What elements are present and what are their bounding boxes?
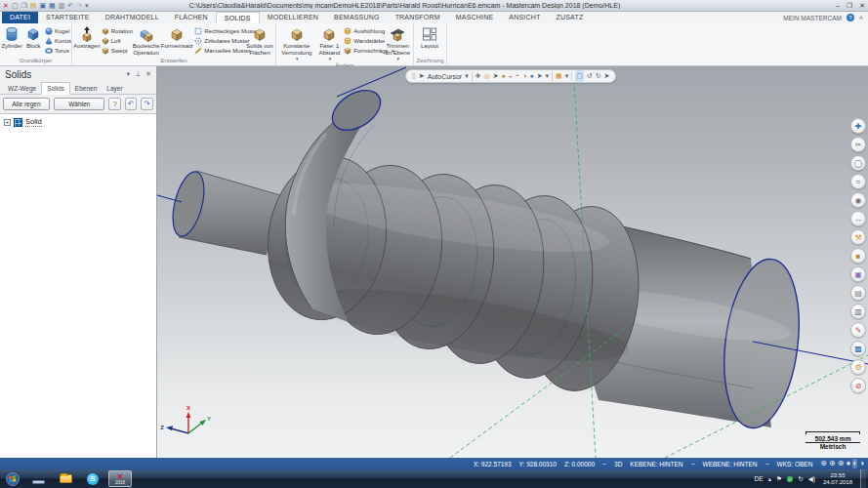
tree-expander-icon[interactable]: + bbox=[4, 119, 11, 126]
swept-button[interactable]: Swept bbox=[101, 46, 132, 55]
gview-icon[interactable]: ⊕ bbox=[820, 459, 827, 468]
settings-gear-icon[interactable]: ⚙ bbox=[850, 359, 866, 375]
select-last-icon[interactable]: ➤ bbox=[537, 70, 543, 82]
sphere-select-2-icon[interactable]: ◒ bbox=[509, 70, 513, 82]
aushoehlung-button[interactable]: Aushöhlung bbox=[343, 26, 383, 35]
grid-dropdown-caret-icon[interactable]: ▾ bbox=[565, 70, 569, 82]
close-button[interactable]: ✕ bbox=[859, 1, 865, 11]
trimmen-an-ebene-button[interactable]: Trimmen an Ebene ▾ bbox=[383, 24, 412, 61]
cplane-selector[interactable]: KEBENE: HINTEN bbox=[630, 461, 682, 468]
rotation-button[interactable]: Rotation bbox=[101, 26, 132, 35]
shading-edges-icon[interactable]: ◐ bbox=[852, 459, 857, 468]
tab-maschine[interactable]: MASCHINE bbox=[448, 12, 502, 23]
tab-modellieren[interactable]: MODELLIEREN bbox=[260, 12, 326, 23]
fase-button[interactable]: Fase: 1 Abstand ▾ bbox=[316, 24, 344, 61]
shading-solid-icon[interactable]: ● bbox=[846, 459, 850, 468]
cplane-icon[interactable]: ⊕ bbox=[829, 459, 836, 468]
start-button[interactable] bbox=[3, 470, 22, 487]
panel-help-icon[interactable]: ? bbox=[108, 98, 121, 110]
kugel-button[interactable]: Kugel bbox=[44, 26, 70, 35]
loft-button[interactable]: Loft bbox=[101, 36, 132, 45]
grid-icon[interactable]: ▦ bbox=[556, 70, 562, 82]
manuelles-muster-button[interactable]: Manuelles Muster bbox=[193, 46, 245, 55]
formeinsatz-button[interactable]: Formeinsatz bbox=[161, 24, 194, 57]
sphere-select-3-icon[interactable]: ◓ bbox=[516, 70, 519, 82]
panel-menu-caret-icon[interactable]: ▾ bbox=[127, 70, 131, 78]
plane-icon[interactable]: ▤ bbox=[850, 285, 866, 301]
panel-tab-solids[interactable]: Solids bbox=[41, 82, 70, 95]
solids-group-icon[interactable]: ▣ bbox=[850, 266, 866, 282]
taskbar-folder-button[interactable] bbox=[54, 470, 77, 487]
regen-all-button[interactable]: Alle regen bbox=[3, 98, 50, 110]
restore-button[interactable]: ❐ bbox=[847, 1, 852, 11]
tray-expand-icon[interactable]: ▴ bbox=[768, 475, 771, 483]
taskbar-mastercam-button[interactable]: ✕ 2018 bbox=[108, 470, 132, 487]
mein-mastercam-link[interactable]: MEIN MASTERCAM bbox=[783, 15, 842, 21]
note-icon[interactable]: ▥ bbox=[850, 304, 866, 319]
solid-select-icon[interactable]: ● bbox=[529, 70, 533, 82]
austragen-button[interactable]: Austragen bbox=[73, 24, 101, 57]
panel-tab-ebenen[interactable]: Ebenen bbox=[70, 83, 102, 94]
pan-cursor-icon[interactable]: ➤ bbox=[604, 70, 610, 82]
help-icon[interactable]: ? bbox=[847, 14, 854, 21]
wcs-icon[interactable]: ⊕ bbox=[838, 459, 845, 468]
language-indicator[interactable]: DE bbox=[755, 475, 764, 482]
konstante-verrundung-button[interactable]: Konstante Verrundung ▾ bbox=[277, 24, 316, 61]
formschraege-button[interactable]: Formschräge ▾ bbox=[343, 46, 383, 55]
torus-button[interactable]: Torus bbox=[44, 46, 70, 55]
model-inlet-tube[interactable] bbox=[167, 169, 280, 255]
tab-datei[interactable]: DATEI bbox=[2, 12, 38, 23]
boolesche-operation-button[interactable]: Boolesche Operation bbox=[132, 24, 161, 57]
tab-flaechen[interactable]: FLÄCHEN bbox=[167, 12, 216, 23]
tab-drahtmodell[interactable]: DRAHTMODELL bbox=[98, 12, 167, 23]
shading-translucent-icon[interactable]: ◑ bbox=[859, 459, 864, 468]
wcs-selector[interactable]: WKS: OBEN bbox=[777, 461, 813, 468]
tab-bemassung[interactable]: BEMASSUNG bbox=[326, 12, 388, 23]
crosshair-icon[interactable]: ✚ bbox=[475, 70, 481, 82]
volume-icon[interactable]: ◀) bbox=[808, 475, 815, 483]
security-shield-icon[interactable]: ✓ bbox=[787, 476, 794, 482]
tab-ansicht[interactable]: ANSICHT bbox=[501, 12, 548, 23]
taskbar-explorer-button[interactable] bbox=[26, 470, 50, 487]
collapse-ribbon-icon[interactable]: ˄ bbox=[859, 15, 863, 21]
graphics-viewport[interactable]: X Y Z ▯ ➤ AutoCursor ▾ ✚ ◎ ➤ ● ◒ ◓ ◑ ● ➤ bbox=[157, 66, 868, 458]
spline-icon[interactable]: ≈ bbox=[850, 174, 866, 189]
select-arrow-icon[interactable]: ➤ bbox=[493, 70, 499, 82]
panel-close-icon[interactable]: ✕ bbox=[145, 70, 151, 78]
tab-zusatz[interactable]: ZUSATZ bbox=[548, 12, 591, 23]
autocursor-label[interactable]: AutoCursor bbox=[428, 73, 462, 80]
panel-redo-icon[interactable]: ↷ bbox=[141, 98, 153, 110]
lock-icon[interactable]: ▯ bbox=[412, 70, 416, 82]
3d-model-scene[interactable]: X Y Z bbox=[157, 66, 868, 458]
analyze-entity-icon[interactable]: ◉ bbox=[850, 192, 866, 208]
selection-dropdown-caret-icon[interactable]: ▾ bbox=[546, 70, 550, 82]
solid-box-icon[interactable]: ■ bbox=[850, 248, 866, 264]
window-select-icon[interactable]: ▢ bbox=[575, 70, 584, 82]
solid-model-icon[interactable]: ▩ bbox=[850, 341, 866, 356]
autocursor-toolbar[interactable]: ▯ ➤ AutoCursor ▾ ✚ ◎ ➤ ● ◒ ◓ ◑ ● ➤ ▾ ▦ ▾… bbox=[405, 69, 616, 83]
show-desktop-button[interactable] bbox=[860, 469, 866, 488]
rotate-left-icon[interactable]: ↺ bbox=[587, 70, 593, 82]
taskbar-skype-button[interactable]: S bbox=[81, 470, 104, 487]
origin-point-icon[interactable]: ◎ bbox=[484, 70, 490, 82]
dimension-icon[interactable]: ↔ bbox=[850, 211, 866, 226]
sphere-select-4-icon[interactable]: ◑ bbox=[522, 70, 526, 82]
wandstaerke-button[interactable]: Wandstärke bbox=[343, 36, 383, 45]
konus-button[interactable]: Konus bbox=[44, 36, 70, 45]
zirkulares-muster-button[interactable]: Zirkulares Muster bbox=[193, 36, 245, 45]
zylinder-button[interactable]: Zylinder bbox=[1, 24, 22, 57]
rotate-right-icon[interactable]: ↻ bbox=[596, 70, 601, 82]
panel-pin-icon[interactable]: ⊥ bbox=[135, 70, 141, 78]
panel-undo-icon[interactable]: ↶ bbox=[125, 98, 138, 110]
minimize-button[interactable]: – bbox=[836, 1, 840, 11]
panel-tab-layer[interactable]: Layer bbox=[102, 83, 127, 94]
sketch-icon[interactable]: ✎ bbox=[850, 322, 866, 338]
autocursor-cursor-icon[interactable]: ➤ bbox=[419, 70, 425, 82]
autocursor-dropdown-caret-icon[interactable]: ▾ bbox=[465, 70, 469, 82]
utilities-icon[interactable]: ⚒ bbox=[850, 229, 866, 245]
tab-solids[interactable]: SOLIDS bbox=[216, 12, 260, 23]
mode-3d-toggle[interactable]: 3D bbox=[614, 461, 622, 468]
update-sync-icon[interactable]: ↻ bbox=[798, 475, 803, 483]
block-button[interactable]: Block bbox=[22, 24, 44, 57]
solids-von-flaechen-button[interactable]: Solids von Flächen bbox=[245, 24, 274, 57]
